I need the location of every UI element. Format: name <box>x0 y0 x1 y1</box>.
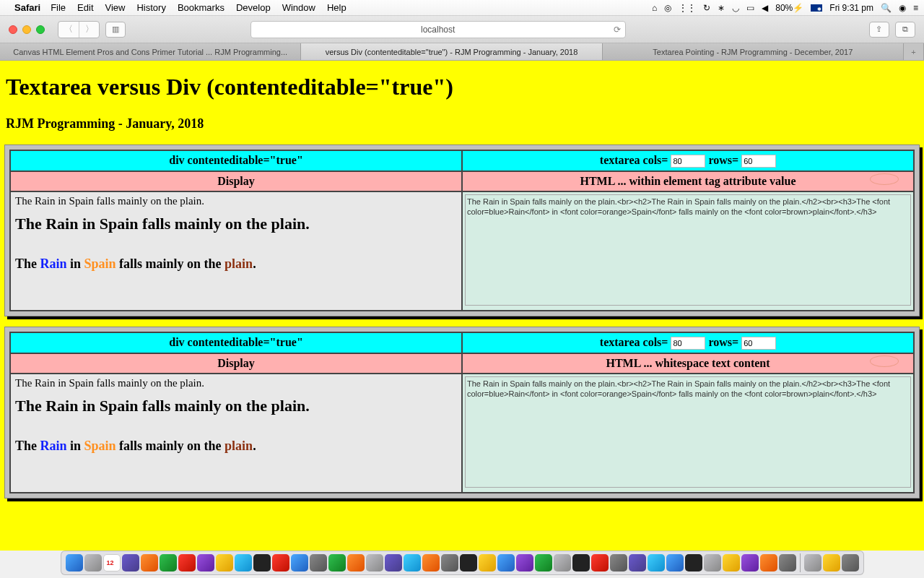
minimize-window-button[interactable] <box>22 25 31 34</box>
dock-finder-icon[interactable] <box>66 554 83 571</box>
dock-app-icon[interactable] <box>610 554 627 571</box>
dock-app-icon[interactable] <box>516 554 533 571</box>
spotlight-icon[interactable]: 🔍 <box>881 3 892 13</box>
macos-menubar: Safari File Edit View History Bookmarks … <box>0 0 924 16</box>
wifi-icon[interactable]: ◡ <box>732 3 739 13</box>
dock-trash-icon[interactable] <box>842 554 859 571</box>
dock-app-icon[interactable] <box>160 554 177 571</box>
cols-input[interactable] <box>671 155 705 168</box>
new-tab-button[interactable]: + <box>904 43 924 60</box>
app-name[interactable]: Safari <box>14 2 40 13</box>
menu-history[interactable]: History <box>136 2 165 13</box>
browser-tab[interactable]: Canvas HTML Element Pros and Cons Primer… <box>0 43 301 60</box>
clock[interactable]: Fri 9:31 pm <box>829 3 873 13</box>
notifications-icon[interactable]: ≡ <box>913 3 918 13</box>
dock-app-icon[interactable] <box>823 554 840 571</box>
safari-toolbar: 〈 〉 ▥ localhost ⟳ ⇪ ⧉ <box>0 16 924 43</box>
bluetooth-icon[interactable]: ∗ <box>718 3 725 13</box>
dock-app-icon[interactable] <box>497 554 515 571</box>
display-line-3: The Rain in Spain falls mainly on the pl… <box>15 439 457 454</box>
dock-app-icon[interactable] <box>629 554 646 571</box>
tray-icon[interactable]: ◎ <box>664 3 671 13</box>
html-textarea-top[interactable] <box>465 194 911 306</box>
dock-app-icon[interactable] <box>704 554 721 571</box>
flag-icon[interactable] <box>811 4 822 12</box>
forward-button[interactable]: 〉 <box>79 22 99 38</box>
tray-icon[interactable]: ⋮⋮ <box>679 3 696 13</box>
timemachine-icon[interactable]: ↻ <box>703 3 710 13</box>
dock-app-icon[interactable] <box>385 554 402 571</box>
dock-app-icon[interactable] <box>328 554 346 571</box>
back-button[interactable]: 〈 <box>58 22 79 38</box>
dock-vlc-icon[interactable] <box>347 554 365 571</box>
dock-itunes-icon[interactable] <box>197 554 214 571</box>
dock-app-icon[interactable] <box>591 554 609 571</box>
dock-firefox-icon[interactable] <box>422 554 440 571</box>
tray-icon[interactable]: ⌂ <box>652 3 657 13</box>
display-icon[interactable]: ▭ <box>746 3 754 13</box>
dock-app-icon[interactable] <box>779 554 796 571</box>
dock <box>0 551 924 578</box>
rows-input[interactable] <box>741 337 776 350</box>
browser-tab[interactable]: versus Div (contenteditable="true") - RJ… <box>301 43 602 60</box>
dock-app-icon[interactable] <box>572 554 590 571</box>
dock-terminal-icon[interactable] <box>253 554 271 571</box>
fullscreen-window-button[interactable] <box>36 25 45 34</box>
dock-app-icon[interactable] <box>460 554 477 571</box>
dock-app-icon[interactable] <box>122 554 139 571</box>
menu-develop[interactable]: Develop <box>236 2 271 13</box>
dock-app-icon[interactable] <box>479 554 496 571</box>
sub-header-right: HTML ... within element tag attribute va… <box>462 171 914 191</box>
rows-input[interactable] <box>741 155 776 168</box>
sidebar-button[interactable]: ▥ <box>105 22 126 38</box>
dock-filezilla-icon[interactable] <box>272 554 289 571</box>
dock-app-icon[interactable] <box>84 554 102 571</box>
cols-input[interactable] <box>671 337 705 350</box>
dock-github-icon[interactable] <box>685 554 702 571</box>
dock-app-icon[interactable] <box>366 554 383 571</box>
browser-tab[interactable]: Textarea Pointing - RJM Programming - De… <box>603 43 904 60</box>
html-textarea-bottom[interactable] <box>465 376 911 488</box>
dock-app-icon[interactable] <box>441 554 458 571</box>
dock-app-icon[interactable] <box>535 554 552 571</box>
dock-app-icon[interactable] <box>310 554 327 571</box>
menu-help[interactable]: Help <box>327 2 346 13</box>
page-body: Textarea versus Div (contenteditable="tr… <box>0 61 924 551</box>
col-header-right: textarea cols= rows= <box>462 332 914 353</box>
menu-window[interactable]: Window <box>282 2 315 13</box>
dock-app-icon[interactable] <box>741 554 759 571</box>
dock-app-icon[interactable] <box>723 554 740 571</box>
contenteditable-div[interactable]: The Rain in Spain falls mainly on the pl… <box>10 374 462 493</box>
dock-app-icon[interactable] <box>178 554 196 571</box>
menu-file[interactable]: File <box>51 2 66 13</box>
dock-app-icon[interactable] <box>760 554 777 571</box>
battery-status[interactable]: 80% ⚡ <box>775 3 803 13</box>
close-window-button[interactable] <box>9 25 17 34</box>
menu-edit[interactable]: Edit <box>77 2 93 13</box>
address-bar[interactable]: localhost ⟳ <box>250 21 626 38</box>
dock-app-icon[interactable] <box>554 554 571 571</box>
volume-icon[interactable]: ◀ <box>762 3 768 13</box>
dock-separator <box>800 553 801 572</box>
dock-app-icon[interactable] <box>648 554 665 571</box>
sub-header-left: Display <box>10 171 462 191</box>
dock-app-icon[interactable] <box>141 554 158 571</box>
contenteditable-div[interactable]: The Rain in Spain falls mainly on the pl… <box>10 191 462 311</box>
siri-icon[interactable]: ◉ <box>899 3 906 13</box>
reload-icon[interactable]: ⟳ <box>614 25 621 35</box>
browser-tab-bar: Canvas HTML Element Pros and Cons Primer… <box>0 43 924 61</box>
window-controls <box>9 25 45 34</box>
dock-chrome-icon[interactable] <box>291 554 308 571</box>
menu-bookmarks[interactable]: Bookmarks <box>178 2 225 13</box>
dock-calendar-icon[interactable] <box>103 554 121 571</box>
sub-header-left: Display <box>10 353 462 374</box>
dock-app-icon[interactable] <box>216 554 233 571</box>
menu-view[interactable]: View <box>105 2 126 13</box>
display-line-3: The Rain in Spain falls mainly on the pl… <box>15 256 457 272</box>
dock-app-icon[interactable] <box>404 554 421 571</box>
dock-downloads-icon[interactable] <box>804 554 821 571</box>
dock-safari-icon[interactable] <box>235 554 252 571</box>
share-button[interactable]: ⇪ <box>869 22 889 38</box>
tabs-button[interactable]: ⧉ <box>895 22 915 38</box>
dock-app-icon[interactable] <box>666 554 684 571</box>
